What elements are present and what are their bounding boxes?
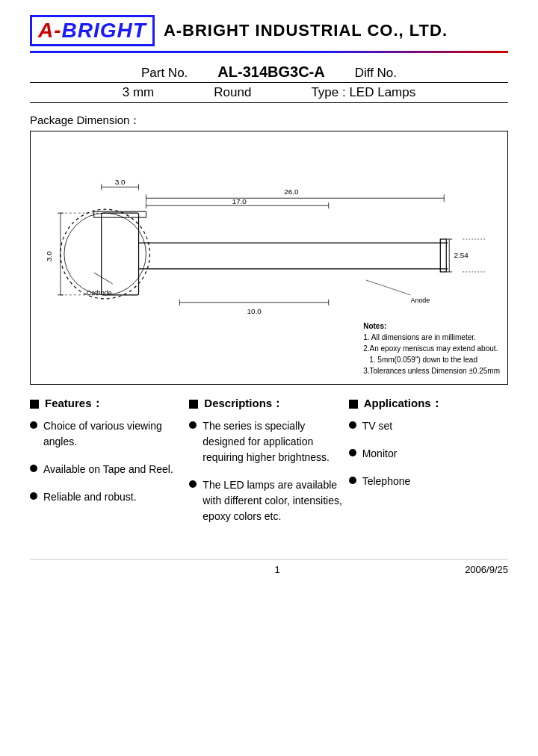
descriptions-header: Descriptions： (189, 397, 348, 411)
note-4: 3.Tolerances unless Dimension ±0.25mm (363, 365, 500, 377)
logo-blue: BRIGHT (62, 19, 146, 42)
part-info-row1: Part No. AL-314BG3C-A Diff No. (30, 63, 508, 81)
feature-item-2: Available on Tape and Reel. (30, 462, 189, 477)
desc-text-2: The LED lamps are available with differe… (202, 477, 348, 524)
note-1: 1. All dimensions are in millimeter. (363, 332, 500, 343)
applications-square-icon (349, 400, 358, 409)
app-bullet-icon-2 (349, 449, 356, 456)
part-no-label: Part No. (141, 66, 188, 81)
feature-text-2: Available on Tape and Reel. (43, 462, 173, 477)
feature-item-1: Choice of various viewing angles. (30, 418, 189, 450)
feature-item-3: Reliable and robust. (30, 489, 189, 505)
part-info-row2: 3 mm Round Type : LED Lamps (30, 82, 508, 103)
applications-col: Applications： TV set Monitor Telephone (349, 397, 508, 536)
package-section: Package Dimension： 26.0 17.0 (30, 114, 508, 385)
part-size: 3 mm (123, 85, 155, 100)
package-title: Package Dimension： (30, 114, 508, 128)
features-col: Features： Choice of various viewing angl… (30, 397, 189, 536)
part-no-value: AL-314BG3C-A (217, 63, 324, 81)
logo-red: A- (38, 19, 62, 42)
bullet-icon-2 (30, 465, 37, 472)
notes-block: Notes: 1. All dimensions are in millimet… (363, 320, 500, 377)
applications-header: Applications： (349, 397, 508, 411)
header-divider (30, 51, 508, 53)
svg-text:10.0: 10.0 (247, 307, 262, 315)
desc-bullet-icon-2 (189, 480, 197, 488)
description-item-2: The LED lamps are available with differe… (189, 477, 348, 524)
desc-text-1: The series is specially designed for app… (202, 418, 348, 465)
svg-text:3.0: 3.0 (115, 178, 126, 186)
application-item-2: Monitor (349, 446, 508, 462)
descriptions-square-icon (189, 400, 198, 409)
footer-date: 2006/9/25 (465, 564, 508, 575)
svg-text:Cathode: Cathode (87, 289, 112, 297)
app-text-2: Monitor (362, 446, 398, 462)
bullet-icon-1 (30, 421, 37, 429)
features-section: Features： Choice of various viewing angl… (30, 397, 508, 536)
svg-text:2.54: 2.54 (454, 251, 469, 259)
descriptions-label: Descriptions： (204, 397, 283, 411)
description-item-1: The series is specially designed for app… (189, 418, 348, 465)
part-info-section: Part No. AL-314BG3C-A Diff No. 3 mm Roun… (30, 63, 508, 103)
part-type: Type : LED Lamps (311, 85, 415, 100)
bullet-icon-3 (30, 492, 37, 500)
svg-rect-18 (440, 239, 446, 272)
features-header: Features： (30, 397, 189, 411)
app-text-1: TV set (362, 418, 392, 434)
company-logo: A-BRIGHT (30, 15, 155, 46)
application-item-3: Telephone (349, 474, 508, 489)
features-label: Features： (45, 397, 103, 411)
application-item-1: TV set (349, 418, 508, 434)
diff-no-label: Diff No. (355, 66, 397, 81)
part-shape: Round (214, 85, 251, 100)
features-square-icon (30, 400, 39, 409)
svg-line-35 (366, 280, 411, 295)
applications-label: Applications： (364, 397, 442, 411)
descriptions-col: Descriptions： The series is specially de… (189, 397, 348, 536)
notes-title: Notes: (363, 320, 500, 332)
note-2: 2.An epoxy meniscus may extend about. (363, 343, 500, 354)
app-bullet-icon-3 (349, 477, 356, 484)
feature-text-1: Choice of various viewing angles. (43, 418, 189, 450)
app-text-3: Telephone (362, 474, 411, 489)
svg-rect-2 (102, 213, 139, 295)
feature-text-3: Reliable and robust. (43, 489, 137, 505)
page-header: A-BRIGHT A-BRIGHT INDUSTRIAL CO., LTD. (30, 15, 508, 46)
desc-bullet-icon-1 (189, 421, 197, 429)
svg-text:17.0: 17.0 (232, 197, 247, 205)
svg-text:26.0: 26.0 (284, 188, 299, 196)
note-3: 1. 5mm(0.059") down to the lead (363, 354, 500, 365)
app-bullet-icon-1 (349, 421, 356, 429)
features-grid: Features： Choice of various viewing angl… (30, 397, 508, 536)
page-footer: 1 2006/9/25 (30, 559, 508, 575)
svg-text:Anode: Anode (410, 297, 430, 304)
svg-line-23 (94, 273, 113, 284)
page-number: 1 (274, 564, 279, 575)
package-diagram-box: 26.0 17.0 3.0 2.54 Cathode (30, 131, 508, 385)
svg-text:3.0: 3.0 (45, 251, 53, 261)
company-name: A-BRIGHT INDUSTRIAL CO., LTD. (164, 21, 448, 40)
svg-point-1 (64, 213, 146, 295)
svg-point-0 (61, 209, 150, 299)
